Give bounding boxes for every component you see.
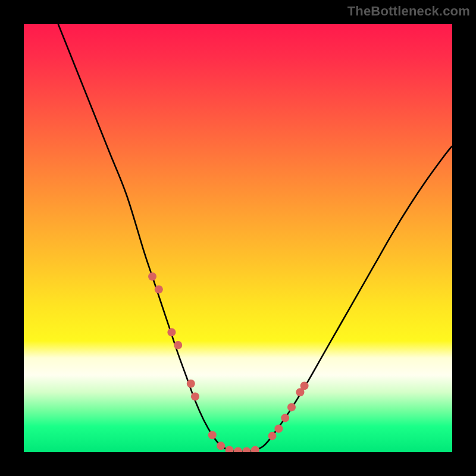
frame-border xyxy=(0,452,476,476)
scatter-dot xyxy=(191,392,199,400)
scatter-dot xyxy=(217,441,225,450)
bottleneck-curve xyxy=(58,24,452,452)
watermark-text: TheBottleneck.com xyxy=(347,4,470,19)
scatter-dot xyxy=(251,446,259,452)
scatter-dot xyxy=(155,285,163,293)
scatter-dot xyxy=(208,431,217,439)
scatter-dot xyxy=(167,328,176,336)
scatter-dot xyxy=(268,432,277,440)
bottleneck-chart xyxy=(24,24,452,452)
scatter-dot xyxy=(226,446,234,452)
frame-border xyxy=(0,0,24,476)
chart-container: TheBottleneck.com xyxy=(0,0,476,476)
scatter-points xyxy=(148,273,309,452)
scatter-dot xyxy=(274,424,283,433)
scatter-dot xyxy=(287,403,296,411)
scatter-dot xyxy=(242,447,250,452)
scatter-dot xyxy=(300,381,309,390)
scatter-dot xyxy=(187,380,195,388)
plot-area xyxy=(24,24,452,452)
frame-border xyxy=(452,0,476,476)
scatter-dot xyxy=(174,341,182,349)
scatter-dot xyxy=(148,273,156,281)
scatter-dot xyxy=(234,447,242,452)
scatter-dot xyxy=(281,414,289,422)
